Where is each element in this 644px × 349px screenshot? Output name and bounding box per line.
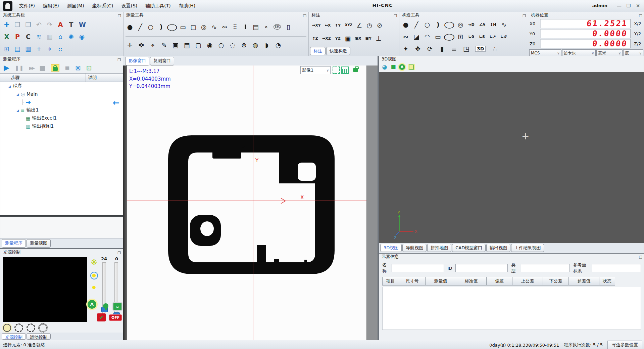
list-program-icon[interactable]: ≣ <box>65 65 70 71</box>
collapse-panel-icon[interactable]: ❐ <box>523 13 526 19</box>
tab-cad-window[interactable]: CAD模型窗口 <box>452 244 486 252</box>
tree-row-output-excel1[interactable]: ▦ 输出Excel1 <box>0 114 123 122</box>
tree-row-step-pointer[interactable]: ├ ➔ <box>0 98 123 106</box>
dim-box-y-icon[interactable]: ▣Y <box>365 37 371 40</box>
expander-icon[interactable]: ◢ <box>8 84 11 88</box>
dim-xz-icon[interactable]: ↔XZ <box>322 37 331 40</box>
col-lower-tol[interactable]: 下公差 <box>543 277 569 286</box>
crosshair-dot-tool-icon[interactable]: ✜ <box>138 42 144 48</box>
open-folder-icon[interactable]: ❐ <box>14 21 20 28</box>
coord-origin-icon[interactable]: ∟0 <box>468 35 474 39</box>
menu-measure[interactable]: 测量(M) <box>64 2 88 10</box>
col-deviation[interactable]: 偏差 <box>486 277 512 286</box>
line-tool-icon[interactable]: ╱ <box>137 24 143 30</box>
col-measured[interactable]: 测量值 <box>425 277 456 286</box>
fit-view-icon[interactable]: ■ <box>390 64 396 70</box>
dim-y-icon[interactable]: ↕Y <box>335 24 341 27</box>
maximize-button[interactable]: ❐ <box>624 2 633 10</box>
collapse-panel-icon[interactable]: ❐ <box>639 13 642 19</box>
circle-outline-icon[interactable]: ○ <box>218 42 224 48</box>
col-item[interactable]: 项目 <box>382 277 399 286</box>
plane-tool-icon[interactable]: ▤ <box>253 24 259 30</box>
small-circle-tool-icon[interactable]: ∘ <box>263 24 269 30</box>
snapshot-button[interactable]: ▫ <box>113 303 122 310</box>
tab-stitch-map[interactable]: 拼拍地图 <box>427 244 451 252</box>
col-upper-tol[interactable]: 上公差 <box>512 277 543 286</box>
tab-remeasure-window[interactable]: 复测窗口 <box>150 57 174 66</box>
tab-light-control[interactable]: 光源控制 <box>2 333 26 340</box>
collapse-panel-icon[interactable]: ❐ <box>117 250 121 257</box>
dim-angle-icon[interactable]: ∠ <box>356 22 362 29</box>
frame-program-icon[interactable]: ⊡ <box>86 64 92 71</box>
construct-ellipse-icon[interactable]: ◯ <box>444 21 455 28</box>
menu-help[interactable]: 帮助(H) <box>176 2 199 10</box>
doc-tool-icon[interactable]: ▯ <box>285 24 291 30</box>
selection-grid-icon[interactable]: ⌗ <box>36 46 42 52</box>
tab-annotate[interactable]: 标注 <box>310 47 326 55</box>
dim-box-icon[interactable]: ▣ <box>345 35 351 42</box>
dim-yz-icon[interactable]: YZ <box>335 37 341 40</box>
esc-tool-icon[interactable]: ESC <box>274 24 281 30</box>
construct-curve-icon[interactable]: ∿ <box>501 21 507 28</box>
ring-light-icon[interactable]: ❋ <box>91 258 97 266</box>
menu-file[interactable]: 文件(F) <box>16 2 38 10</box>
collapse-panel-icon[interactable]: ❐ <box>117 57 121 63</box>
ring-scan-icon[interactable]: ⊚ <box>241 42 247 48</box>
tab-measure-program[interactable]: 测量程序 <box>2 239 26 248</box>
orbit-view-icon[interactable]: ◕ <box>382 64 388 70</box>
light-mode-ring4-icon[interactable] <box>14 323 23 332</box>
blob-tool-icon[interactable]: ∾ <box>221 24 228 30</box>
roi-box-icon[interactable] <box>333 67 340 74</box>
exit-view-icon[interactable]: ❏ <box>408 64 415 70</box>
construct-blob-icon[interactable]: ∾ <box>403 34 409 40</box>
dim-perpendicular-icon[interactable]: ⊥ <box>376 35 382 42</box>
undo-icon[interactable]: ↶ <box>36 21 42 28</box>
point-cloud-tool-icon[interactable]: ⠿ <box>232 24 238 30</box>
light-slider-1[interactable] <box>102 262 106 321</box>
expander-icon[interactable]: ◢ <box>16 92 19 96</box>
pause-program-icon[interactable]: ❚❚ <box>15 66 24 71</box>
target-icon[interactable]: ⌖ <box>47 46 53 52</box>
dim-xy-icon[interactable]: ↔XY <box>312 24 321 27</box>
point-cloud-icon[interactable]: ∴ <box>492 46 498 52</box>
type-input[interactable] <box>521 264 570 272</box>
export-view-icon[interactable]: ◳ <box>463 46 469 52</box>
dim-box-x-icon[interactable]: ▣X <box>355 37 361 40</box>
tree-row-output1[interactable]: ◢ ≣ 输出1 <box>0 106 123 114</box>
grid-disabled-icon[interactable]: ▦ <box>47 34 53 40</box>
element-table-body[interactable] <box>382 287 641 330</box>
axis-x-half-button[interactable]: X/2 <box>632 21 643 26</box>
new-icon[interactable]: ✚ <box>4 21 10 28</box>
rectangle-tool-icon[interactable]: ▭ <box>180 24 186 30</box>
report-pdf-icon[interactable]: A <box>57 21 63 28</box>
tab-quick-construct[interactable]: 快速构造 <box>326 47 350 55</box>
camera-select[interactable]: 影像1∨ <box>300 66 331 74</box>
lock-program-icon[interactable] <box>51 64 59 72</box>
coord-rotate-icon[interactable]: ∟↗ <box>490 35 496 39</box>
expand-program-icon[interactable]: ⊠ <box>75 64 81 71</box>
moon-tool-icon[interactable]: ◗ <box>264 42 270 48</box>
light-mode-ring8-icon[interactable] <box>39 323 47 332</box>
light-off-button[interactable]: OFF <box>109 314 122 321</box>
tab-output-view[interactable]: 输出视图 <box>486 244 510 252</box>
map-pin-icon[interactable]: ✦ <box>403 46 409 52</box>
coord-system-icon[interactable]: ∟S <box>479 35 485 39</box>
menu-settings[interactable]: 设置(S) <box>118 2 141 10</box>
apply-light-button[interactable]: ✔ <box>97 313 106 321</box>
move-stage-icon[interactable]: ✥ <box>415 46 421 52</box>
word-export-icon[interactable]: W <box>79 21 86 28</box>
circle-tool-icon[interactable]: ○ <box>148 24 154 30</box>
point-tool-icon[interactable]: ● <box>127 24 133 30</box>
ellipse-tool-icon[interactable]: ◯ <box>167 24 178 30</box>
unlock-icon[interactable] <box>353 68 358 72</box>
tree-row-main[interactable]: ◢ ◎ Main <box>0 90 123 98</box>
run-program-icon[interactable]: ▶ <box>4 64 9 72</box>
rotate-3d-icon[interactable]: ⟳ <box>427 46 433 52</box>
tab-result-view[interactable]: 工件结果视图 <box>511 244 544 252</box>
construct-point-icon[interactable]: ● <box>403 21 409 28</box>
curve-tool-icon[interactable]: ∿ <box>211 24 217 30</box>
box-scan-icon[interactable]: ▢ <box>195 42 201 48</box>
construct-rect-icon[interactable]: ▭ <box>435 34 441 40</box>
construct-slot-icon[interactable]: ◯ <box>444 34 455 40</box>
col-out-tol[interactable]: 超差值 <box>568 277 599 286</box>
